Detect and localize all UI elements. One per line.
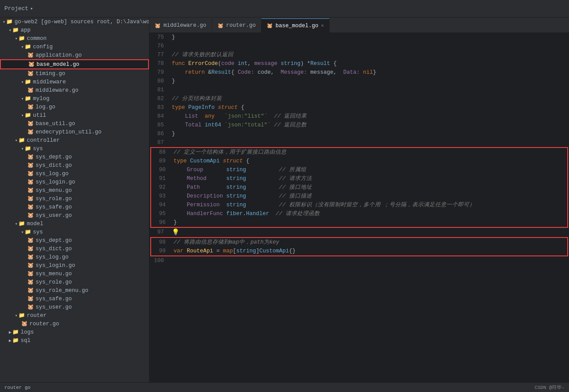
tree-arrow: ▶ xyxy=(9,330,11,335)
bottom-left: router go xyxy=(4,385,30,390)
sidebar-item[interactable]: 🐹sys_user.go xyxy=(0,211,149,219)
code-line-82: 82 // 分页结构体封装 xyxy=(149,94,569,103)
tree-item-label: middleware.go xyxy=(36,87,79,94)
go-file-icon: 🐹 xyxy=(27,120,34,127)
sidebar-item[interactable]: 🐹sys_role.go xyxy=(0,194,149,203)
sidebar-item[interactable]: 🐹base_util.go xyxy=(0,119,149,128)
tree-item-label: sys_log.go xyxy=(36,254,69,260)
sidebar-item[interactable]: 🐹sys_dict.go xyxy=(0,245,149,253)
router-go-label: router go xyxy=(4,385,30,390)
code-line-86: 86 } xyxy=(149,129,569,138)
sidebar-item[interactable]: ▾📁go-web2 [go-web] sources root, D:\Java… xyxy=(0,18,149,26)
tree-arrow: ▾ xyxy=(21,44,24,50)
sidebar-item[interactable]: ▶📁sql xyxy=(0,336,149,345)
tab-middleware-go[interactable]: 🐹middleware.go xyxy=(149,18,212,32)
sidebar-item[interactable]: ▶📁logs xyxy=(0,328,149,336)
go-file-icon: 🐹 xyxy=(27,295,34,302)
code-line-79: 79 return &Result{ Code: code, Message: … xyxy=(149,68,569,77)
tree-item-label: model xyxy=(27,221,43,227)
project-label[interactable]: Project ▾ xyxy=(4,5,33,12)
sidebar-item[interactable]: 🐹sys_dict.go xyxy=(0,161,149,169)
sidebar-item[interactable]: ▾📁sys xyxy=(0,144,149,153)
highlight-box-2: 98 // 将路由信息存储到map中，path为key 99 var Route… xyxy=(150,237,568,256)
sidebar-item[interactable]: 🐹middleware.go xyxy=(0,86,149,94)
sidebar-item[interactable]: ▾📁router xyxy=(0,311,149,320)
sidebar-item[interactable]: 🐹application.go xyxy=(0,51,149,59)
tree-item-label: common xyxy=(27,36,47,42)
sidebar-item[interactable]: 🐹sys_dept.go xyxy=(0,153,149,161)
go-file-icon: 🐹 xyxy=(27,237,34,244)
folder-icon: 📁 xyxy=(25,229,31,235)
tree-item-label: router xyxy=(27,313,47,319)
tab-file-icon: 🐹 xyxy=(155,23,161,29)
go-file-icon: 🐹 xyxy=(27,52,34,58)
tab-base_model-go[interactable]: 🐹base_model.go× xyxy=(261,18,330,32)
code-line-93: 93 Description string // 接口描述 xyxy=(151,192,567,201)
tree-item-label: logs xyxy=(21,329,34,335)
tab-close-button[interactable]: × xyxy=(321,23,324,29)
tree-item-label: sys_role_menu.go xyxy=(36,288,88,294)
code-line-96: 96 } xyxy=(151,218,567,227)
sidebar-item[interactable]: 🐹endecryption_util.go xyxy=(0,128,149,136)
sidebar-item[interactable]: ▾📁app xyxy=(0,26,149,34)
sidebar-item[interactable]: 🐹base_model.go xyxy=(0,59,149,69)
sidebar-item[interactable]: ▾📁middleware xyxy=(0,78,149,86)
go-file-icon: 🐹 xyxy=(27,287,34,294)
tree-item-label: sys_role.go xyxy=(36,279,72,285)
tree-item-label: middleware xyxy=(33,79,66,85)
code-line-88: 88 // 定义一个结构体，用于扩展接口路由信息 xyxy=(151,148,567,157)
tab-router-go[interactable]: 🐹router.go xyxy=(212,18,262,32)
sidebar-item[interactable]: ▾📁mylog xyxy=(0,94,149,103)
code-line-84: 84 List any `json:"list"` // 返回结果 xyxy=(149,112,569,121)
sidebar-item[interactable]: ▾📁model xyxy=(0,219,149,228)
sidebar-item[interactable]: 🐹sys_log.go xyxy=(0,253,149,261)
tree-arrow: ▾ xyxy=(15,138,18,143)
tab-bar: 🐹middleware.go🐹router.go🐹base_model.go× xyxy=(149,18,569,33)
folder-icon: 📁 xyxy=(25,43,31,50)
tree-item-label: sys_dept.go xyxy=(36,237,72,244)
sidebar-item[interactable]: 🐹sys_safe.go xyxy=(0,203,149,211)
tree-arrow: ▾ xyxy=(21,230,24,235)
sidebar[interactable]: ▾📁go-web2 [go-web] sources root, D:\Java… xyxy=(0,18,149,382)
sidebar-item[interactable]: 🐹sys_role_menu.go xyxy=(0,286,149,295)
sidebar-item[interactable]: 🐹sys_dept.go xyxy=(0,236,149,245)
sidebar-item[interactable]: 🐹timing.go xyxy=(0,69,149,78)
sidebar-item[interactable]: ▾📁common xyxy=(0,34,149,43)
tree-arrow: ▾ xyxy=(21,79,24,85)
code-line-95: 95 HandlerFunc fiber.Handler // 请求处理函数 xyxy=(151,209,567,218)
sidebar-item[interactable]: 🐹sys_safe.go xyxy=(0,295,149,303)
code-line-91: 91 Method string // 请求方法 xyxy=(151,174,567,183)
code-line-76: 76 xyxy=(149,42,569,50)
tree-item-label: sys xyxy=(33,146,43,152)
sidebar-item[interactable]: 🐹router.go xyxy=(0,320,149,328)
sidebar-item[interactable]: 🐹sys_login.go xyxy=(0,261,149,270)
code-editor[interactable]: 75 } 76 77 // 请求失败的默认返回 78 func ErrorCod… xyxy=(149,33,569,382)
tree-item-label: sys_menu.go xyxy=(36,187,72,194)
tree-arrow: ▾ xyxy=(15,36,18,41)
sidebar-item[interactable]: ▾📁util xyxy=(0,111,149,119)
tree-item-label: go-web2 [go-web] sources root, D:\Java\w… xyxy=(14,19,149,25)
folder-icon: 📁 xyxy=(18,137,25,144)
sidebar-item[interactable]: ▾📁controller xyxy=(0,136,149,144)
tree-arrow: ▾ xyxy=(21,96,24,101)
tree-item-label: sys_menu.go xyxy=(36,271,72,277)
sidebar-item[interactable]: 🐹sys_menu.go xyxy=(0,270,149,278)
sidebar-item[interactable]: 🐹log.go xyxy=(0,103,149,111)
sidebar-item[interactable]: 🐹sys_login.go xyxy=(0,178,149,186)
go-file-icon: 🐹 xyxy=(27,154,34,160)
sidebar-item[interactable]: ▾📁sys xyxy=(0,228,149,236)
go-file-icon: 🐹 xyxy=(27,170,34,177)
go-file-icon: 🐹 xyxy=(27,87,34,94)
sidebar-item[interactable]: 🐹sys_user.go xyxy=(0,303,149,311)
highlight-box-1: 88 // 定义一个结构体，用于扩展接口路由信息 89 type CustomA… xyxy=(150,147,568,228)
tree-item-label: config xyxy=(33,44,53,50)
tab-label: router.go xyxy=(226,22,256,29)
sidebar-item[interactable]: 🐹sys_log.go xyxy=(0,169,149,178)
sidebar-item[interactable]: ▾📁config xyxy=(0,43,149,51)
code-line-83: 83 type PageInfo struct { xyxy=(149,103,569,112)
sidebar-item[interactable]: 🐹sys_menu.go xyxy=(0,186,149,194)
go-file-icon: 🐹 xyxy=(27,204,34,210)
folder-icon: 📁 xyxy=(6,18,13,25)
tree-item-label: sys_safe.go xyxy=(36,204,72,210)
sidebar-item[interactable]: 🐹sys_role.go xyxy=(0,278,149,286)
